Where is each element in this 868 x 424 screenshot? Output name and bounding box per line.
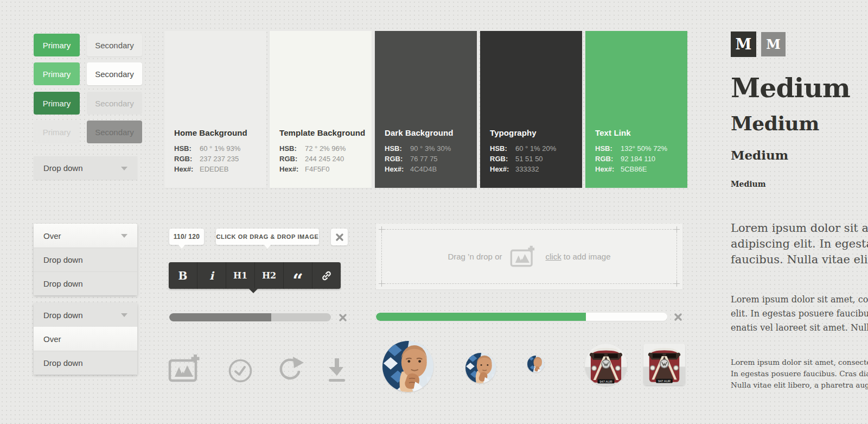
type-sample-paragraph-small: Lorem ipsum dolor sit amet, consectetur … [731,357,868,391]
dropdown-b-header[interactable]: Drop down [34,303,137,327]
type-sample-h1: Medium [731,72,850,104]
progress-fill [376,313,586,321]
cancel-upload-icon[interactable] [674,313,682,321]
cancel-upload-icon[interactable] [339,313,347,322]
char-counter-tooltip: 110/ 120 [169,229,204,245]
primary-button-active[interactable]: Primary [34,92,80,115]
primary-button-hover[interactable]: Primary [34,62,80,85]
type-sample-paragraph-medium: Lorem ipsum dolor sit amet, consectetur … [731,293,868,335]
dropzone-text-prefix: Drag ’n drop or [448,252,502,261]
share-redo-icon[interactable] [277,355,305,383]
primary-button-disabled: Primary [34,121,80,143]
check-circle-icon[interactable] [228,358,253,383]
dropdown-open-a: Over Drop down Drop down [34,224,137,295]
vw-bus-thumbnail-round: 947 AUR [585,344,627,386]
blockquote-button[interactable]: “ [283,262,312,289]
swatch-dark-background: Dark Background HSB:90 ° 3% 30% RGB:76 7… [375,31,477,188]
italic-button[interactable]: i [197,262,226,289]
dropdown-open-b: Drop down Over Drop down [34,303,137,375]
brand-logo-dark: M [731,31,756,57]
add-image-icon [509,245,538,268]
brand-logo-gray: M [761,32,786,56]
progress-fill [169,313,271,321]
swatch-text-link: Text Link HSB:132° 50% 72% RGB:92 184 11… [585,31,687,188]
swatch-title: Dark Background [385,128,471,137]
close-icon [336,233,343,241]
swatch-title: Template Background [279,128,366,137]
dropdown-b-item-2[interactable]: Drop down [34,351,137,375]
dropdown-a-item-1[interactable]: Drop down [34,248,137,271]
chevron-down-icon [121,234,127,238]
dropzone-click-link[interactable]: click [545,252,561,261]
svg-text:947 AUR: 947 AUR [658,379,671,383]
link-button[interactable] [312,262,341,289]
swatch-home-background: Home Background HSB:60 ° 1% 93% RGB:237 … [164,31,266,188]
type-sample-h3: Medium [731,148,788,162]
dropzone-text-suffix: click to add image [545,252,610,261]
link-icon [321,270,333,282]
swatch-title: Home Background [174,128,261,137]
swatch-template-background: Template Background HSB:72 ° 2% 96% RGB:… [270,31,372,188]
type-sample-h4: Medium [731,180,766,188]
progress-bar-gray [169,313,331,321]
close-button[interactable] [331,229,348,245]
swatch-title: Text Link [595,128,682,137]
type-sample-h2: Medium [731,112,819,135]
dropdown-closed-label[interactable]: Drop down [34,156,137,180]
download-icon[interactable] [328,357,346,383]
dropdown-b-item-over[interactable]: Over [34,327,137,351]
dropdown-closed[interactable]: Drop down [34,156,137,180]
primary-button-default[interactable]: Primary [34,34,80,56]
dropdown-a-item-2[interactable]: Drop down [34,271,137,295]
secondary-button-hover[interactable]: Secondary [87,62,142,85]
heading2-button[interactable]: H2 [254,262,283,289]
chevron-down-icon [121,313,127,317]
avatar-large [382,341,433,392]
swatch-typography: Typography HSB:60 ° 1% 20% RGB:51 51 50 … [480,31,582,188]
upload-tooltip: CLICK OR DRAG & DROP IMAGE [216,229,319,245]
dropdown-a-header[interactable]: Over [34,224,137,248]
avatar-medium [465,353,496,383]
svg-text:947 AUR: 947 AUR [599,380,612,383]
secondary-button-disabled-light[interactable]: Secondary [87,92,142,115]
progress-bar-green [376,313,667,321]
secondary-button-dark[interactable]: Secondary [87,121,142,143]
type-sample-paragraph-large: Lorem ipsum dolor sit amet, consectetur … [731,220,868,268]
bold-button[interactable]: B [169,262,197,289]
swatch-title: Typography [490,128,577,137]
color-swatch-row: Home Background HSB:60 ° 1% 93% RGB:237 … [164,31,687,188]
chevron-down-icon [121,167,127,170]
heading1-button[interactable]: H1 [226,262,254,289]
vw-bus-thumbnail-square: 947 AUR [643,344,685,385]
image-dropzone[interactable]: Drag ’n drop or click to add image [376,224,682,289]
add-image-icon[interactable] [168,353,202,383]
text-editor-toolbar: B i H1 H2 “ [169,262,341,289]
secondary-button-default[interactable]: Secondary [87,34,142,56]
avatar-small [527,356,544,372]
style-guide-canvas: Primary Secondary Primary Secondary Prim… [0,0,868,424]
